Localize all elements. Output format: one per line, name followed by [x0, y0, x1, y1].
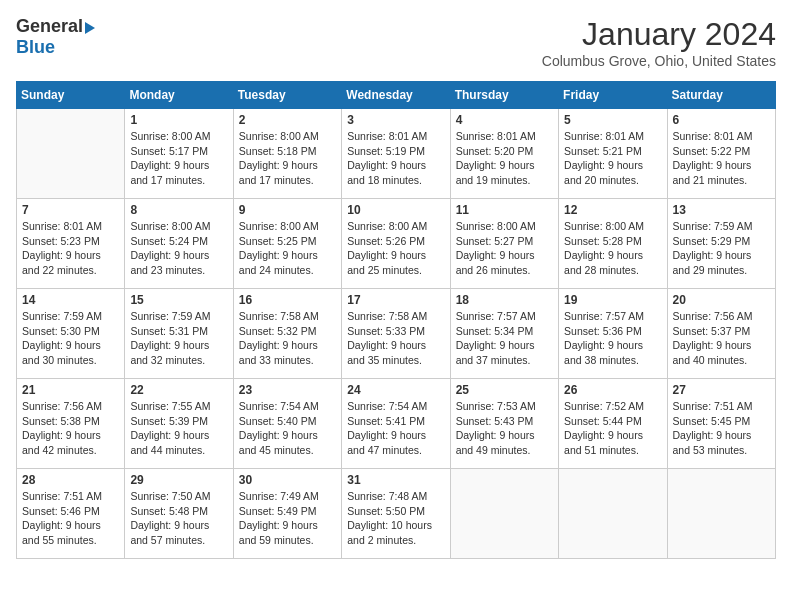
- day-info: Sunrise: 8:00 AMSunset: 5:18 PMDaylight:…: [239, 129, 336, 188]
- day-info: Sunrise: 7:56 AMSunset: 5:37 PMDaylight:…: [673, 309, 770, 368]
- calendar-cell: 9Sunrise: 8:00 AMSunset: 5:25 PMDaylight…: [233, 199, 341, 289]
- day-number: 28: [22, 473, 119, 487]
- day-number: 3: [347, 113, 444, 127]
- day-number: 31: [347, 473, 444, 487]
- day-number: 11: [456, 203, 553, 217]
- day-info: Sunrise: 7:56 AMSunset: 5:38 PMDaylight:…: [22, 399, 119, 458]
- calendar-week-row: 7Sunrise: 8:01 AMSunset: 5:23 PMDaylight…: [17, 199, 776, 289]
- day-number: 12: [564, 203, 661, 217]
- day-number: 18: [456, 293, 553, 307]
- calendar-cell: 6Sunrise: 8:01 AMSunset: 5:22 PMDaylight…: [667, 109, 775, 199]
- calendar-cell: 31Sunrise: 7:48 AMSunset: 5:50 PMDayligh…: [342, 469, 450, 559]
- day-info: Sunrise: 7:55 AMSunset: 5:39 PMDaylight:…: [130, 399, 227, 458]
- calendar-cell: 3Sunrise: 8:01 AMSunset: 5:19 PMDaylight…: [342, 109, 450, 199]
- calendar-cell: [667, 469, 775, 559]
- calendar-cell: 2Sunrise: 8:00 AMSunset: 5:18 PMDaylight…: [233, 109, 341, 199]
- calendar-cell: 26Sunrise: 7:52 AMSunset: 5:44 PMDayligh…: [559, 379, 667, 469]
- day-info: Sunrise: 7:52 AMSunset: 5:44 PMDaylight:…: [564, 399, 661, 458]
- page-header: General Blue January 2024 Columbus Grove…: [16, 16, 776, 69]
- weekday-header-sunday: Sunday: [17, 82, 125, 109]
- day-number: 1: [130, 113, 227, 127]
- day-number: 21: [22, 383, 119, 397]
- day-info: Sunrise: 7:57 AMSunset: 5:34 PMDaylight:…: [456, 309, 553, 368]
- day-number: 5: [564, 113, 661, 127]
- day-info: Sunrise: 8:00 AMSunset: 5:17 PMDaylight:…: [130, 129, 227, 188]
- day-info: Sunrise: 7:54 AMSunset: 5:40 PMDaylight:…: [239, 399, 336, 458]
- calendar-cell: 30Sunrise: 7:49 AMSunset: 5:49 PMDayligh…: [233, 469, 341, 559]
- calendar-cell: 16Sunrise: 7:58 AMSunset: 5:32 PMDayligh…: [233, 289, 341, 379]
- day-number: 14: [22, 293, 119, 307]
- day-info: Sunrise: 7:48 AMSunset: 5:50 PMDaylight:…: [347, 489, 444, 548]
- calendar-cell: 28Sunrise: 7:51 AMSunset: 5:46 PMDayligh…: [17, 469, 125, 559]
- calendar-week-row: 1Sunrise: 8:00 AMSunset: 5:17 PMDaylight…: [17, 109, 776, 199]
- calendar-cell: [450, 469, 558, 559]
- day-number: 19: [564, 293, 661, 307]
- calendar-cell: 24Sunrise: 7:54 AMSunset: 5:41 PMDayligh…: [342, 379, 450, 469]
- calendar-cell: 19Sunrise: 7:57 AMSunset: 5:36 PMDayligh…: [559, 289, 667, 379]
- day-number: 7: [22, 203, 119, 217]
- calendar-cell: 1Sunrise: 8:00 AMSunset: 5:17 PMDaylight…: [125, 109, 233, 199]
- day-number: 15: [130, 293, 227, 307]
- calendar-cell: [559, 469, 667, 559]
- day-info: Sunrise: 7:58 AMSunset: 5:33 PMDaylight:…: [347, 309, 444, 368]
- day-info: Sunrise: 7:54 AMSunset: 5:41 PMDaylight:…: [347, 399, 444, 458]
- calendar-week-row: 28Sunrise: 7:51 AMSunset: 5:46 PMDayligh…: [17, 469, 776, 559]
- calendar-cell: 27Sunrise: 7:51 AMSunset: 5:45 PMDayligh…: [667, 379, 775, 469]
- calendar-cell: 17Sunrise: 7:58 AMSunset: 5:33 PMDayligh…: [342, 289, 450, 379]
- location-subtitle: Columbus Grove, Ohio, United States: [542, 53, 776, 69]
- calendar-cell: 29Sunrise: 7:50 AMSunset: 5:48 PMDayligh…: [125, 469, 233, 559]
- day-number: 6: [673, 113, 770, 127]
- day-number: 24: [347, 383, 444, 397]
- logo-blue-text: Blue: [16, 37, 55, 58]
- calendar-cell: 8Sunrise: 8:00 AMSunset: 5:24 PMDaylight…: [125, 199, 233, 289]
- day-number: 29: [130, 473, 227, 487]
- calendar-cell: 23Sunrise: 7:54 AMSunset: 5:40 PMDayligh…: [233, 379, 341, 469]
- calendar-cell: 15Sunrise: 7:59 AMSunset: 5:31 PMDayligh…: [125, 289, 233, 379]
- calendar-cell: 4Sunrise: 8:01 AMSunset: 5:20 PMDaylight…: [450, 109, 558, 199]
- day-number: 13: [673, 203, 770, 217]
- logo: General Blue: [16, 16, 95, 58]
- day-number: 26: [564, 383, 661, 397]
- day-info: Sunrise: 8:01 AMSunset: 5:19 PMDaylight:…: [347, 129, 444, 188]
- calendar-week-row: 21Sunrise: 7:56 AMSunset: 5:38 PMDayligh…: [17, 379, 776, 469]
- calendar-cell: 25Sunrise: 7:53 AMSunset: 5:43 PMDayligh…: [450, 379, 558, 469]
- day-info: Sunrise: 8:00 AMSunset: 5:25 PMDaylight:…: [239, 219, 336, 278]
- weekday-header-row: SundayMondayTuesdayWednesdayThursdayFrid…: [17, 82, 776, 109]
- weekday-header-wednesday: Wednesday: [342, 82, 450, 109]
- day-number: 20: [673, 293, 770, 307]
- weekday-header-saturday: Saturday: [667, 82, 775, 109]
- day-info: Sunrise: 8:00 AMSunset: 5:24 PMDaylight:…: [130, 219, 227, 278]
- calendar-cell: 18Sunrise: 7:57 AMSunset: 5:34 PMDayligh…: [450, 289, 558, 379]
- calendar-week-row: 14Sunrise: 7:59 AMSunset: 5:30 PMDayligh…: [17, 289, 776, 379]
- day-number: 22: [130, 383, 227, 397]
- day-number: 2: [239, 113, 336, 127]
- day-number: 23: [239, 383, 336, 397]
- day-info: Sunrise: 7:59 AMSunset: 5:31 PMDaylight:…: [130, 309, 227, 368]
- weekday-header-friday: Friday: [559, 82, 667, 109]
- day-info: Sunrise: 7:49 AMSunset: 5:49 PMDaylight:…: [239, 489, 336, 548]
- day-info: Sunrise: 8:01 AMSunset: 5:22 PMDaylight:…: [673, 129, 770, 188]
- day-number: 30: [239, 473, 336, 487]
- calendar-table: SundayMondayTuesdayWednesdayThursdayFrid…: [16, 81, 776, 559]
- logo-general-text: General: [16, 16, 83, 37]
- day-info: Sunrise: 7:50 AMSunset: 5:48 PMDaylight:…: [130, 489, 227, 548]
- day-number: 4: [456, 113, 553, 127]
- day-info: Sunrise: 7:53 AMSunset: 5:43 PMDaylight:…: [456, 399, 553, 458]
- calendar-cell: 12Sunrise: 8:00 AMSunset: 5:28 PMDayligh…: [559, 199, 667, 289]
- day-number: 10: [347, 203, 444, 217]
- day-number: 16: [239, 293, 336, 307]
- day-number: 8: [130, 203, 227, 217]
- calendar-cell: 10Sunrise: 8:00 AMSunset: 5:26 PMDayligh…: [342, 199, 450, 289]
- day-info: Sunrise: 7:57 AMSunset: 5:36 PMDaylight:…: [564, 309, 661, 368]
- day-info: Sunrise: 8:01 AMSunset: 5:23 PMDaylight:…: [22, 219, 119, 278]
- calendar-cell: [17, 109, 125, 199]
- title-section: January 2024 Columbus Grove, Ohio, Unite…: [542, 16, 776, 69]
- day-info: Sunrise: 8:00 AMSunset: 5:28 PMDaylight:…: [564, 219, 661, 278]
- day-number: 17: [347, 293, 444, 307]
- calendar-cell: 21Sunrise: 7:56 AMSunset: 5:38 PMDayligh…: [17, 379, 125, 469]
- day-info: Sunrise: 7:51 AMSunset: 5:46 PMDaylight:…: [22, 489, 119, 548]
- calendar-cell: 13Sunrise: 7:59 AMSunset: 5:29 PMDayligh…: [667, 199, 775, 289]
- calendar-cell: 22Sunrise: 7:55 AMSunset: 5:39 PMDayligh…: [125, 379, 233, 469]
- day-info: Sunrise: 8:00 AMSunset: 5:27 PMDaylight:…: [456, 219, 553, 278]
- weekday-header-thursday: Thursday: [450, 82, 558, 109]
